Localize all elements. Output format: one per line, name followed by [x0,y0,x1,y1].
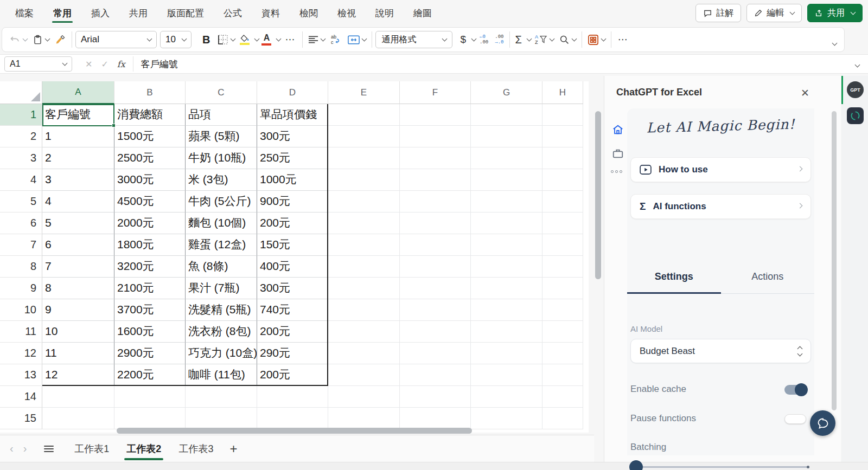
row-header-1[interactable]: 1 [0,104,42,126]
vertical-scrollbar[interactable] [595,111,601,279]
cell-H2[interactable] [542,126,583,147]
prev-sheet-button[interactable]: ‹ [0,442,23,455]
sheet-tab-工作表2[interactable]: 工作表2 [118,436,170,462]
cell-B7[interactable]: 1800元 [114,234,186,256]
cell-D3[interactable]: 250元 [257,147,328,169]
cell-D8[interactable]: 400元 [257,256,328,278]
cell-G10[interactable] [471,299,542,321]
number-format-select[interactable]: 通用格式 [375,31,452,48]
home-icon[interactable] [612,124,624,138]
expand-formula-bar-button[interactable] [853,59,859,69]
font-name-select[interactable]: Arial [75,31,157,48]
cell-C7[interactable]: 雞蛋 (12盒) [186,234,257,256]
cell-C12[interactable]: 巧克力 (10盒) [186,343,257,364]
cell-C2[interactable]: 蘋果 (5顆) [186,126,257,147]
cell-G12[interactable] [471,343,542,364]
cell-H9[interactable] [542,278,583,299]
menu-item-常用[interactable]: 常用 [52,2,73,25]
column-header-H[interactable]: H [542,81,583,104]
cell-D4[interactable]: 1000元 [257,169,328,191]
cell-F3[interactable] [400,147,471,169]
cell-B2[interactable]: 1500元 [114,126,186,147]
cell-B6[interactable]: 2000元 [114,213,186,234]
row-header-7[interactable]: 7 [0,234,42,256]
column-header-C[interactable]: C [186,81,257,104]
cell-G3[interactable] [471,147,542,169]
cell-G4[interactable] [471,169,542,191]
bold-button[interactable]: B [198,34,214,46]
row-header-9[interactable]: 9 [0,278,42,299]
wrap-text-button[interactable]: abc [328,32,344,47]
ai-model-select[interactable]: Budget Beast [630,339,811,363]
currency-format-button[interactable]: $ [458,34,468,46]
how-to-use-card[interactable]: How to use [630,157,811,182]
cell-F1[interactable] [400,104,471,126]
cell-E7[interactable] [328,234,400,256]
cell-D5[interactable]: 900元 [257,191,328,213]
all-sheets-menu-button[interactable] [44,446,54,452]
cell-E1[interactable] [328,104,400,126]
paste-button[interactable] [30,33,52,47]
column-header-F[interactable]: F [400,81,471,104]
gpt-addin-icon[interactable]: GPT [847,81,864,98]
cell-G15[interactable] [471,408,542,429]
cell-H12[interactable] [542,343,583,364]
cell-D13[interactable]: 200元 [257,364,328,386]
borders-button[interactable] [215,32,237,47]
column-header-E[interactable]: E [328,81,400,104]
cell-B12[interactable]: 2900元 [114,343,186,364]
cell-F12[interactable] [400,343,471,364]
cell-B13[interactable]: 2200元 [114,364,186,386]
cell-D1[interactable]: 單品項價錢 [257,104,328,126]
menu-item-公式[interactable]: 公式 [222,2,243,25]
cell-H11[interactable] [542,321,583,343]
tab-settings[interactable]: Settings [627,271,721,294]
cell-E4[interactable] [328,169,400,191]
cell-C4[interactable]: 米 (3包) [186,169,257,191]
more-font-options-button[interactable]: ⋯ [282,34,299,46]
cell-A6[interactable]: 5 [42,213,114,234]
cell-E11[interactable] [328,321,400,343]
cell-D7[interactable]: 150元 [257,234,328,256]
font-color-button[interactable]: A [260,33,273,47]
cell-A11[interactable]: 10 [42,321,114,343]
cell-G13[interactable] [471,364,542,386]
cell-F5[interactable] [400,191,471,213]
cell-H5[interactable] [542,191,583,213]
cell-G14[interactable] [471,386,542,408]
cell-H7[interactable] [542,234,583,256]
cancel-entry-button[interactable]: ✕ [85,59,92,69]
menu-item-繪圖[interactable]: 繪圖 [412,2,433,25]
cell-F6[interactable] [400,213,471,234]
edit-mode-button[interactable]: 編輯 [746,4,802,22]
pause-functions-toggle[interactable] [784,414,806,424]
menu-item-說明[interactable]: 說明 [374,2,395,25]
sheet-tab-工作表1[interactable]: 工作表1 [66,436,118,462]
cell-C1[interactable]: 品項 [186,104,257,126]
next-sheet-button[interactable]: › [23,442,37,455]
share-button[interactable]: 共用 [807,4,863,22]
cell-B11[interactable]: 1600元 [114,321,186,343]
cell-B9[interactable]: 2100元 [114,278,186,299]
font-size-select[interactable]: 10 [160,31,192,48]
fill-color-button[interactable] [238,34,251,46]
menu-item-檢閱[interactable]: 檢閱 [298,2,319,25]
cell-D9[interactable]: 300元 [257,278,328,299]
cell-D15[interactable] [257,408,328,429]
comments-button[interactable]: 註解 [695,4,741,22]
ribbon-overflow-button[interactable]: ⋯ [615,34,632,46]
row-header-2[interactable]: 2 [0,126,42,147]
cell-F11[interactable] [400,321,471,343]
menu-item-插入[interactable]: 插入 [90,2,111,25]
cell-H13[interactable] [542,364,583,386]
cell-E3[interactable] [328,147,400,169]
cell-G5[interactable] [471,191,542,213]
find-button[interactable] [557,33,578,47]
row-header-5[interactable]: 5 [0,191,42,213]
panel-close-button[interactable]: ✕ [801,87,809,99]
cell-E8[interactable] [328,256,400,278]
name-box[interactable]: A1 [4,56,72,72]
column-header-G[interactable]: G [471,81,542,104]
cell-E5[interactable] [328,191,400,213]
cell-F7[interactable] [400,234,471,256]
